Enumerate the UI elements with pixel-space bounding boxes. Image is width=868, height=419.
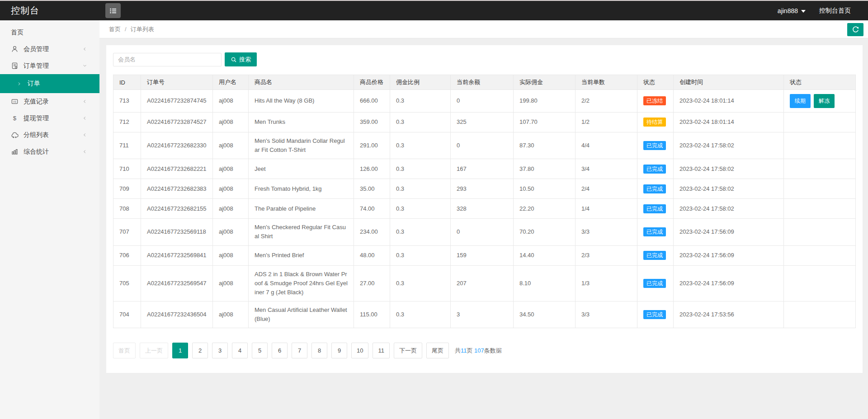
cell-product-name: ADS 2 in 1 Black & Brown Water Proof & S… bbox=[249, 265, 354, 301]
column-header: 状态 bbox=[784, 75, 856, 90]
cell-price: 126.00 bbox=[354, 159, 390, 179]
page-number-button[interactable]: 3 bbox=[212, 343, 228, 358]
sidebar-item-label: 综合统计 bbox=[24, 148, 49, 156]
cell-commission-ratio: 0.3 bbox=[390, 159, 451, 179]
top-navbar: 控制台 ajin888 控制台首页 bbox=[0, 1, 868, 20]
breadcrumb-current: 订单列表 bbox=[131, 25, 154, 33]
main-area: 首页 / 订单列表 搜索 bbox=[99, 20, 868, 419]
cell-username: aj008 bbox=[213, 265, 249, 301]
cell-price: 234.00 bbox=[354, 219, 390, 245]
unfreeze-button[interactable]: 解冻 bbox=[814, 94, 835, 108]
cell-actual-commission: 8.10 bbox=[514, 265, 576, 301]
table-row: 713A02241677232874745aj008Hits All the W… bbox=[113, 90, 856, 113]
total-records: 107 bbox=[474, 347, 484, 354]
cell-order-count: 2/2 bbox=[576, 90, 637, 113]
status-badge: 待结算 bbox=[643, 118, 666, 127]
page-last-button[interactable]: 尾页 bbox=[426, 343, 449, 358]
page-number-button[interactable]: 5 bbox=[252, 343, 268, 358]
refresh-button[interactable] bbox=[847, 23, 863, 36]
sidebar-subitem-order-list[interactable]: 订单 bbox=[0, 74, 99, 93]
breadcrumb: 首页 / 订单列表 bbox=[99, 20, 868, 38]
cell-actions bbox=[784, 179, 856, 199]
cell-created-at: 2023-02-24 17:56:09 bbox=[674, 219, 784, 245]
svg-text:VS: VS bbox=[13, 100, 16, 103]
page-number-button[interactable]: 1 bbox=[172, 343, 188, 358]
breadcrumb-home[interactable]: 首页 bbox=[109, 25, 121, 33]
cell-actual-commission: 22.20 bbox=[514, 199, 576, 219]
cell-username: aj008 bbox=[213, 132, 249, 159]
cell-username: aj008 bbox=[213, 113, 249, 132]
order-icon bbox=[11, 62, 19, 70]
cell-commission-ratio: 0.3 bbox=[390, 113, 451, 132]
sidebar-item-label: 提现管理 bbox=[24, 114, 49, 122]
orders-table: ID订单号用户名商品名商品价格佣金比例当前余额实际佣金当前单数状态创建时间状态 … bbox=[113, 75, 856, 328]
column-header: 佣金比例 bbox=[390, 75, 451, 90]
cell-status: 已冻结 bbox=[637, 90, 674, 113]
status-badge: 已完成 bbox=[643, 279, 666, 288]
renew-button[interactable]: 续期 bbox=[790, 94, 811, 108]
column-header: 当前余额 bbox=[451, 75, 514, 90]
sidebar-item-home[interactable]: 首页 bbox=[0, 24, 99, 41]
page-next-button[interactable]: 下一页 bbox=[394, 343, 422, 358]
cell-actions bbox=[784, 245, 856, 265]
cell-order-count: 2/4 bbox=[576, 179, 637, 199]
menu-list-icon bbox=[108, 6, 118, 15]
chevron-left-icon bbox=[82, 149, 88, 155]
cell-order-count: 4/4 bbox=[576, 132, 637, 159]
cell-commission-ratio: 0.3 bbox=[390, 301, 451, 328]
cell-commission-ratio: 0.3 bbox=[390, 265, 451, 301]
cell-price: 291.00 bbox=[354, 132, 390, 159]
cell-username: aj008 bbox=[213, 245, 249, 265]
cell-id: 705 bbox=[113, 265, 141, 301]
sidebar-item-groups[interactable]: 分组列表 bbox=[0, 127, 99, 143]
sidebar-item-orders[interactable]: 订单管理 bbox=[0, 57, 99, 74]
cell-actual-commission: 87.30 bbox=[514, 132, 576, 159]
chevron-left-icon bbox=[82, 99, 88, 104]
page-number-button[interactable]: 8 bbox=[311, 343, 327, 358]
cell-order-no: A02241677232874527 bbox=[141, 113, 213, 132]
cell-username: aj008 bbox=[213, 179, 249, 199]
cell-current-balance: 3 bbox=[451, 301, 514, 328]
cell-current-balance: 325 bbox=[451, 113, 514, 132]
search-icon bbox=[231, 56, 237, 63]
page-number-button[interactable]: 7 bbox=[292, 343, 307, 358]
user-menu[interactable]: ajin888 bbox=[778, 7, 806, 14]
cell-order-count: 2/3 bbox=[576, 245, 637, 265]
group-icon bbox=[11, 131, 19, 139]
svg-text:$: $ bbox=[13, 115, 17, 122]
status-badge: 已完成 bbox=[643, 310, 666, 319]
cell-id: 713 bbox=[113, 90, 141, 113]
sidebar-item-stats[interactable]: 综合统计 bbox=[0, 143, 99, 160]
page-number-button[interactable]: 9 bbox=[331, 343, 347, 358]
chevron-left-icon bbox=[82, 46, 88, 52]
cell-status: 已完成 bbox=[637, 265, 674, 301]
page-number-button[interactable]: 4 bbox=[232, 343, 248, 358]
page-number-button[interactable]: 11 bbox=[373, 343, 390, 358]
cell-actions bbox=[784, 159, 856, 179]
sidebar-item-members[interactable]: 会员管理 bbox=[0, 41, 99, 57]
cell-product-name: Men's Printed Brief bbox=[249, 245, 354, 265]
cell-commission-ratio: 0.3 bbox=[390, 245, 451, 265]
sidebar-item-withdraw[interactable]: $提现管理 bbox=[0, 110, 99, 127]
cell-username: aj008 bbox=[213, 219, 249, 245]
cell-product-name: Men Casual Artificial Leather Wallet (Bl… bbox=[249, 301, 354, 328]
page-number-button[interactable]: 2 bbox=[192, 343, 208, 358]
member-name-input[interactable] bbox=[113, 53, 222, 66]
cell-actual-commission: 34.50 bbox=[514, 301, 576, 328]
cell-status: 已完成 bbox=[637, 179, 674, 199]
page-number-button[interactable]: 6 bbox=[272, 343, 288, 358]
page-first-button[interactable]: 首页 bbox=[113, 343, 136, 358]
page-prev-button[interactable]: 上一页 bbox=[140, 343, 168, 358]
sidebar-item-recharge[interactable]: VS充值记录 bbox=[0, 93, 99, 110]
table-row: 709A02241677232682383aj008Fresh Tomato H… bbox=[113, 179, 856, 199]
cell-current-balance: 0 bbox=[451, 132, 514, 159]
sidebar-toggle-button[interactable] bbox=[105, 3, 121, 18]
sidebar-item-label: 充值记录 bbox=[24, 98, 49, 106]
column-header: 状态 bbox=[637, 75, 674, 90]
table-row: 707A02241677232569118aj008Men's Checkere… bbox=[113, 219, 856, 245]
cell-order-count: 3/4 bbox=[576, 159, 637, 179]
search-button[interactable]: 搜索 bbox=[225, 52, 257, 66]
cell-order-no: A02241677232682330 bbox=[141, 132, 213, 159]
console-home-link[interactable]: 控制台首页 bbox=[819, 7, 851, 15]
page-number-button[interactable]: 10 bbox=[351, 343, 368, 358]
